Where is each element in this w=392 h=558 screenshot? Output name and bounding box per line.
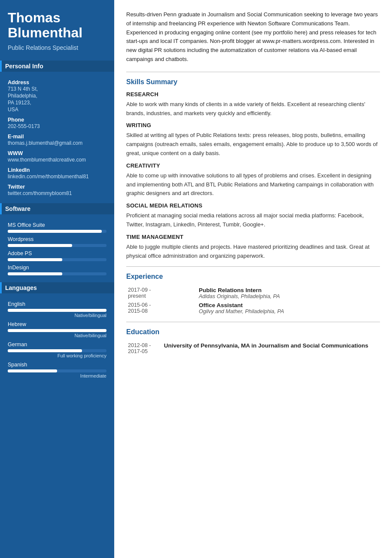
lang-bar-fill-spanish <box>8 369 57 372</box>
education-table: 2012-08 -2017-05 University of Pennsylva… <box>126 341 380 356</box>
sidebar: Thomas Blumenthal Public Relations Speci… <box>0 0 114 558</box>
lang-german: German Full working proficiency <box>8 342 106 358</box>
www-value: www.thomblumenthalcreative.com <box>8 157 106 163</box>
candidate-name: Thomas Blumenthal <box>8 10 106 40</box>
exp-role-0: Public Relations Intern <box>199 287 378 293</box>
lang-bar-bg-hebrew <box>8 329 106 332</box>
linkedin-label: LinkedIn <box>8 167 106 173</box>
lang-english: English Native/bilingual <box>8 301 106 318</box>
skill-adobe-ps: Adobe PS <box>8 250 106 261</box>
lang-bar-bg-german <box>8 349 106 352</box>
address-line-4: USA <box>8 107 106 113</box>
skill-desc-writing: Skilled at writing all types of Public R… <box>126 131 380 158</box>
www-label: WWW <box>8 150 106 156</box>
exp-role-1: Office Assistant <box>199 302 378 308</box>
skill-social-media: SOCIAL MEDIA RELATIONS Proficient at man… <box>126 202 380 229</box>
languages-list: English Native/bilingual Hebrew Native/b… <box>8 298 106 378</box>
skill-desc-time-management: Able to juggle multiple clients and proj… <box>126 243 380 261</box>
skill-category-writing: WRITING <box>126 122 380 128</box>
skill-bar-bg-indesign <box>8 272 106 275</box>
skill-name-ms-office: MS Office Suite <box>8 222 106 228</box>
main-content: Results-driven Penn graduate in Journali… <box>114 0 392 558</box>
candidate-title: Public Relations Specialist <box>8 44 106 52</box>
skill-research: RESEARCH Able to work with many kinds of… <box>126 91 380 118</box>
education-title: Education <box>126 328 380 336</box>
lang-name-spanish: Spanish <box>8 362 106 368</box>
lang-bar-bg-english <box>8 309 106 312</box>
skill-desc-creativity: Able to come up with innovative solution… <box>126 171 380 198</box>
skill-bar-fill-indesign <box>8 272 62 275</box>
skill-category-creativity: CREATIVITY <box>126 162 380 169</box>
skill-category-research: RESEARCH <box>126 91 380 98</box>
address-line-3: PA 19123, <box>8 100 106 106</box>
edu-row-0: 2012-08 -2017-05 University of Pennsylva… <box>126 341 380 356</box>
skill-bar-fill-adobe-ps <box>8 258 62 261</box>
exp-date-1: 2015-06 -2015-08 <box>126 301 197 316</box>
skill-indesign: InDesign <box>8 265 106 275</box>
exp-org-0: Adidas Originals, Philadelphia, PA <box>199 293 378 299</box>
exp-date-0: 2017-09 -present <box>126 286 197 301</box>
lang-spanish: Spanish Intermediate <box>8 362 106 378</box>
lang-hebrew: Hebrew Native/bilingual <box>8 321 106 338</box>
edu-date-0: 2012-08 -2017-05 <box>126 341 162 356</box>
twitter-value: twitter.com/thommybloom81 <box>8 190 106 196</box>
skill-bar-bg-adobe-ps <box>8 258 106 261</box>
experience-title: Experience <box>126 273 380 281</box>
edu-details-0: University of Pennsylvania, MA in Journa… <box>162 341 380 356</box>
skill-desc-research: Able to work with many kinds of clients … <box>126 100 380 118</box>
exp-row-1: 2015-06 -2015-08 Office Assistant Ogilvy… <box>126 301 380 316</box>
exp-details-0: Public Relations Intern Adidas Originals… <box>197 286 380 301</box>
skill-time-management: TIME MANAGEMENT Able to juggle multiple … <box>126 234 380 261</box>
skills-title: Skills Summary <box>126 78 380 86</box>
lang-level-german: Full working proficiency <box>8 353 106 358</box>
skill-category-social-media: SOCIAL MEDIA RELATIONS <box>126 202 380 209</box>
email-value: thomas.j.blumenthal@gmail.com <box>8 140 106 146</box>
address-label: Address <box>8 79 106 85</box>
edu-degree-0: University of Pennsylvania, MA in Journa… <box>164 342 378 349</box>
skill-ms-office: MS Office Suite <box>8 222 106 233</box>
phone-value: 202-555-0173 <box>8 123 106 129</box>
phone-label: Phone <box>8 117 106 123</box>
skill-bar-fill-wordpress <box>8 244 72 247</box>
skill-writing: WRITING Skilled at writing all types of … <box>126 122 380 158</box>
email-label: E-mail <box>8 134 106 140</box>
lang-bar-bg-spanish <box>8 369 106 372</box>
languages-header: Languages <box>0 282 114 293</box>
software-list: MS Office Suite Wordpress Adobe PS InDes… <box>8 219 106 276</box>
skill-category-time-management: TIME MANAGEMENT <box>126 234 380 240</box>
lang-level-spanish: Intermediate <box>8 373 106 378</box>
lang-bar-fill-english <box>8 309 106 312</box>
exp-row-0: 2017-09 -present Public Relations Intern… <box>126 286 380 301</box>
lang-name-english: English <box>8 301 106 307</box>
skill-creativity: CREATIVITY Able to come up with innovati… <box>126 162 380 198</box>
skill-desc-social-media: Proficient at managing social media rela… <box>126 211 380 229</box>
twitter-label: Twitter <box>8 184 106 190</box>
skill-name-adobe-ps: Adobe PS <box>8 250 106 256</box>
lang-name-hebrew: Hebrew <box>8 321 106 327</box>
skills-list: RESEARCH Able to work with many kinds of… <box>126 91 380 261</box>
skill-bar-fill-ms-office <box>8 230 102 233</box>
skill-wordpress: Wordpress <box>8 236 106 247</box>
experience-table: 2017-09 -present Public Relations Intern… <box>126 286 380 316</box>
skill-bar-bg-ms-office <box>8 230 106 233</box>
linkedin-value: linkedin.com/me/thomblumenthal81 <box>8 174 106 180</box>
address-line-1: 713 N 4th St, <box>8 86 106 92</box>
software-header: Software <box>0 203 114 214</box>
lang-level-hebrew: Native/bilingual <box>8 333 106 338</box>
divider-3 <box>126 322 380 322</box>
skill-bar-bg-wordpress <box>8 244 106 247</box>
divider-1 <box>126 72 380 72</box>
exp-details-1: Office Assistant Ogilvy and Mather, Phil… <box>197 301 380 316</box>
resume-container: Thomas Blumenthal Public Relations Speci… <box>0 0 392 558</box>
lang-level-english: Native/bilingual <box>8 313 106 318</box>
summary-text: Results-driven Penn graduate in Journali… <box>126 10 380 64</box>
skill-name-indesign: InDesign <box>8 265 106 271</box>
lang-bar-fill-german <box>8 349 82 352</box>
personal-info-header: Personal Info <box>0 61 114 72</box>
divider-2 <box>126 266 380 267</box>
skill-name-wordpress: Wordpress <box>8 236 106 242</box>
exp-org-1: Ogilvy and Mather, Philadelphia, PA <box>199 308 378 314</box>
lang-bar-fill-hebrew <box>8 329 106 332</box>
lang-name-german: German <box>8 342 106 348</box>
address-line-2: Philadelphia, <box>8 93 106 99</box>
